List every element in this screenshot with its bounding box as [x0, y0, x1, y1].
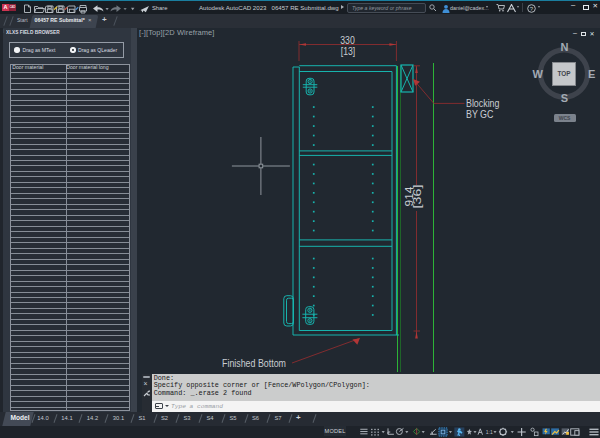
svg-text:1:1: 1:1: [486, 429, 493, 435]
svg-text:[13]: [13]: [341, 45, 356, 57]
svg-text:[36]: [36]: [411, 185, 423, 209]
svg-text:?: ?: [529, 5, 533, 11]
svg-text:330: 330: [340, 34, 355, 46]
